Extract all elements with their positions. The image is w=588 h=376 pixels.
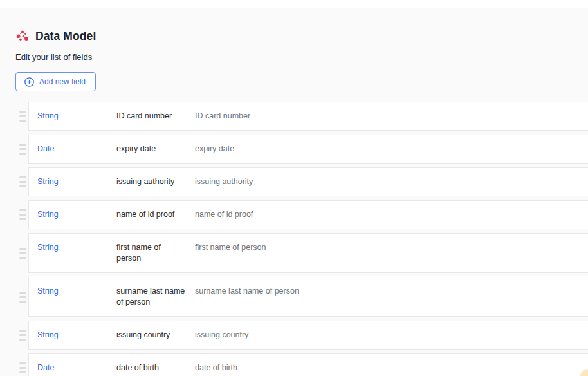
field-name: surname last name of person [116, 286, 195, 308]
add-new-field-label: Add new field [39, 77, 86, 86]
field-description: first name of person [195, 242, 588, 253]
field-description: surname last name of person [195, 286, 588, 297]
field-type-link[interactable]: String [37, 209, 116, 220]
drag-handle-icon[interactable] [17, 326, 28, 344]
field-name: date of birth [116, 362, 195, 373]
field-name: first name of person [116, 242, 195, 264]
field-card[interactable]: String issuing country issuing country [28, 321, 588, 350]
drag-handle-icon[interactable] [17, 244, 28, 263]
add-new-field-button[interactable]: Add new field [15, 72, 96, 91]
drag-handle-icon[interactable] [17, 359, 28, 376]
page-subtitle: Edit your list of fields [15, 52, 588, 62]
field-type-link[interactable]: String [37, 286, 116, 297]
field-name: issuing authority [116, 176, 195, 187]
field-name: expiry date [116, 144, 195, 155]
field-type-link[interactable]: Date [37, 144, 116, 155]
field-description: issuing country [195, 330, 588, 341]
field-name: name of id proof [116, 209, 195, 220]
data-model-dots-icon [15, 29, 30, 43]
field-row: Date expiry date expiry date [15, 135, 588, 164]
field-description: ID card number [195, 111, 588, 122]
field-name: issuing country [116, 330, 195, 341]
field-name: ID card number [116, 111, 195, 122]
field-card[interactable]: String name of id proof name of id proof [28, 200, 588, 229]
field-list: String ID card number ID card number Dat… [15, 102, 588, 376]
field-description: expiry date [195, 144, 588, 155]
field-type-link[interactable]: String [37, 242, 116, 253]
field-description: issuing authority [195, 176, 588, 187]
plus-circle-icon [24, 77, 34, 87]
drag-handle-icon[interactable] [17, 205, 28, 224]
field-row: String first name of person first name o… [15, 233, 588, 273]
field-card[interactable]: Date expiry date expiry date [28, 135, 588, 164]
field-type-link[interactable]: String [37, 111, 116, 122]
drag-handle-icon[interactable] [17, 140, 28, 158]
top-bar [0, 0, 588, 8]
field-card[interactable]: String first name of person first name o… [28, 233, 588, 273]
field-type-link[interactable]: Date [37, 362, 116, 373]
drag-handle-icon[interactable] [17, 173, 28, 191]
drag-handle-icon[interactable] [17, 107, 28, 126]
field-row: String issuing country issuing country [15, 321, 588, 350]
field-row: String issuing authority issuing authori… [15, 167, 588, 196]
field-card[interactable]: Date date of birth date of birth [28, 353, 588, 376]
field-row: Date date of birth date of birth [15, 353, 588, 376]
field-description: date of birth [195, 362, 588, 373]
page-title: Data Model [35, 30, 96, 43]
data-model-page: Data Model Edit your list of fields Add … [0, 29, 588, 376]
field-card[interactable]: String issuing authority issuing authori… [28, 167, 588, 196]
field-type-link[interactable]: String [37, 330, 116, 341]
field-row: String ID card number ID card number [15, 102, 588, 131]
drag-handle-icon[interactable] [17, 288, 28, 306]
field-description: name of id proof [195, 209, 588, 220]
field-type-link[interactable]: String [37, 176, 116, 187]
field-row: String surname last name of person surna… [15, 277, 588, 317]
field-card[interactable]: String surname last name of person surna… [28, 277, 588, 317]
page-header: Data Model [15, 29, 588, 43]
field-card[interactable]: String ID card number ID card number [28, 102, 588, 131]
field-row: String name of id proof name of id proof [15, 200, 588, 229]
